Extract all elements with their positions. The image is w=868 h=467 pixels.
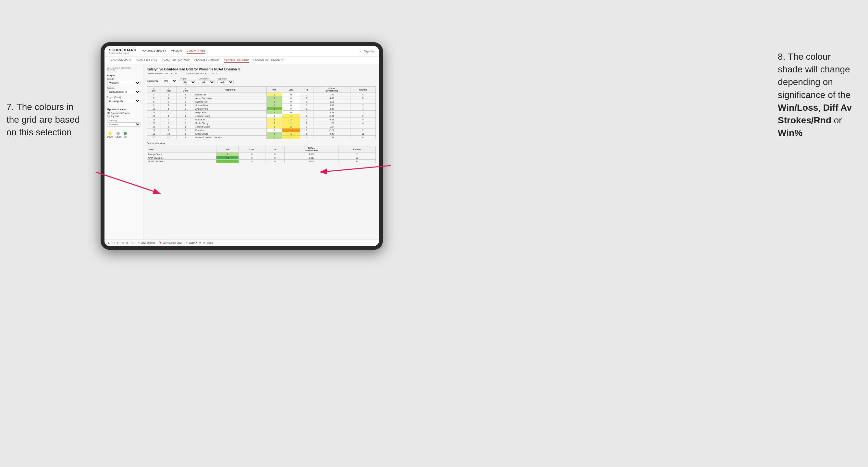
share-btn[interactable]: Share [207, 242, 213, 244]
ood-col-win: Win [216, 146, 239, 153]
bookmark-icon: 🔖 [159, 242, 162, 244]
filter-opponent: Opponent (All) [217, 77, 234, 84]
out-of-division-table: Team Win Loss Tie Diff AvStrokes/Rnd Rou… [147, 146, 376, 163]
redo-icon[interactable]: ↩ [112, 241, 115, 245]
ood-col-diff: Diff AvStrokes/Rnd [285, 146, 338, 153]
table-row: 5 2 2 Alexis Sudjianto 1 0 0 4.00 3 [147, 96, 376, 100]
watch-chevron: ▾ [196, 242, 197, 244]
ood-col-name: Team [147, 146, 216, 153]
sub-nav: TEAM SUMMARY TEAM H2H GRID TEAM H2H HEAT… [104, 57, 379, 64]
grid-btn[interactable]: ⊟ [203, 242, 205, 244]
radio-dot-opponents [107, 112, 110, 114]
radio-opponents-played[interactable]: Opponents Played [107, 112, 141, 114]
ood-table-row: NCAA Division 2 5 0 0 7.400 10 [147, 160, 376, 163]
refresh-icon[interactable]: ↺ [126, 241, 128, 245]
col-tie: Tie [300, 87, 313, 93]
nav-links: TOURNAMENTS TEAMS COMMITTEE [142, 49, 354, 54]
top-nav: SCOREBOARD Powered by clippd TOURNAMENTS… [104, 46, 379, 57]
tablet-frame: SCOREBOARD Powered by clippd TOURNAMENTS… [101, 42, 383, 250]
undo-icon[interactable]: ↩ [108, 241, 110, 245]
colour-by-label: Colour by [107, 119, 141, 122]
toolbar-sep3 [184, 241, 184, 245]
view-original-btn[interactable]: 👁 View: Original [138, 242, 155, 244]
table-row: 9 1 4 Sharon Mun 1 0 0 3.67 3 [147, 103, 376, 107]
opponent-select[interactable]: (All) [217, 80, 234, 84]
table-row: 15 8 5 Stella Cheng 1 1 0 1.25 4 [147, 121, 376, 125]
col-conf: #Conf [177, 87, 194, 93]
table-row: 6 3 3 Sydney Kuo 1 0 0 -1.00 [147, 100, 376, 103]
sign-out-link[interactable]: Sign out [364, 50, 374, 53]
ood-col-loss: Loss [239, 146, 265, 153]
annotation-left-text: 7. The colours in the grid are based on … [6, 102, 80, 137]
division-record: Division Record: 331 - 34 - 6 [187, 72, 217, 75]
overall-record: Overall Record: 353 - 34 - 6 [147, 72, 177, 75]
col-win: Win [267, 87, 282, 93]
subnav-team-h2h-grid[interactable]: TEAM H2H GRID [136, 58, 158, 63]
col-opponent: Opponent [194, 87, 267, 93]
filter-opponents: (All) [161, 79, 177, 83]
filter-region: Region (All) [180, 77, 196, 84]
opponents-filter-label: Opponents: [147, 80, 158, 82]
table-row: 16 1 1 Jessica Mason 1 2 0 -0.94 [147, 125, 376, 128]
filter-conference: Conference (All) [198, 77, 215, 84]
subnav-team-summary[interactable]: TEAM SUMMARY [109, 58, 131, 63]
content-area: Katelyn Vo Head-to-Head Grid for Women's… [144, 64, 379, 239]
col-div: #Div [147, 87, 161, 93]
subnav-player-h2h-heatmap[interactable]: PLAYER H2H HEATMAP [253, 58, 284, 63]
colour-dot-down [108, 132, 112, 135]
col-reg: #Reg [161, 87, 176, 93]
h2h-grid-table: #Div #Reg #Conf Opponent Win Loss Tie Di… [147, 86, 376, 139]
table-row: 18 2 2 Euna Lee 0 1 0 -5.00 2 [147, 128, 376, 132]
nav-teams[interactable]: TEAMS [171, 50, 182, 53]
opponent-view-radio-group: Opponents Played Top 100 [107, 112, 141, 118]
ood-col-tie: Tie [265, 146, 285, 153]
out-of-division-title: Out of division [147, 142, 376, 145]
col-loss: Loss [282, 87, 300, 93]
toolbar-sep2 [157, 241, 157, 245]
ood-table-row: Foreign Team 1 0 0 4.500 2 [147, 153, 376, 156]
ood-table-row: NAIA Division 1 15 0 0 9.267 30 [147, 156, 376, 160]
opponent-view-label: Opponent view [107, 108, 141, 111]
colour-dot-level [117, 132, 120, 135]
col-rounds: Rounds [350, 87, 375, 93]
tablet-screen: SCOREBOARD Powered by clippd TOURNAMENTS… [104, 46, 379, 246]
gender-label: Gender [107, 78, 141, 80]
annotation-left: 7. The colours in the grid are based on … [6, 101, 80, 139]
opponents-select[interactable]: (All) [161, 79, 177, 83]
sidebar: Last Updated: 27/03/2024 16:55:38 Player… [104, 64, 144, 239]
grid-subtitle: Overall Record: 353 - 34 - 6 Division Re… [147, 72, 376, 75]
table-row: 3 1 1 Esther Lee 1 0 1 1.50 4 [147, 93, 376, 96]
ood-col-rounds: Rounds [338, 146, 376, 153]
copy-icon[interactable]: ⊞ [121, 241, 124, 245]
logo: SCOREBOARD Powered by clippd [109, 48, 136, 54]
watch-btn[interactable]: 👁 Watch ▾ [186, 242, 197, 244]
clock-icon[interactable]: ⏱ [130, 241, 134, 245]
subnav-player-h2h-grid[interactable]: PLAYER H2H GRID [224, 58, 249, 63]
colour-legend: Down Level Up [107, 132, 141, 138]
subnav-player-summary[interactable]: PLAYER SUMMARY [194, 58, 220, 63]
nav-committee[interactable]: COMMITTEE [187, 49, 206, 54]
nav-tournaments[interactable]: TOURNAMENTS [142, 50, 166, 53]
table-row: 20 11 7 Federica Domecq Lacroze 2 1 0 1.… [147, 136, 376, 139]
table-row: 19 10 6 Emily Chang 4 1 0 0.30 11 [147, 132, 376, 136]
save-custom-btn[interactable]: 🔖 Save Custom View [159, 242, 182, 244]
table-row: 14 7 4 Eunice Yi 2 2 0 0.38 9 [147, 118, 376, 121]
filters-row: Opponents: (All) Region (All) Conference… [147, 77, 376, 84]
colour-by-select[interactable]: Win/loss [107, 122, 141, 127]
eye-icon: 👁 [138, 242, 140, 244]
colour-dot-up [124, 132, 127, 135]
radio-top100[interactable]: Top 100 [107, 115, 141, 118]
conference-select[interactable]: (All) [198, 80, 215, 84]
nav-right: › Sign out [360, 50, 374, 53]
subnav-team-h2h-heatmap[interactable]: TEAM H2H HEATMAP [162, 58, 190, 63]
player-rank-select[interactable]: 8. Katelyn Vo [107, 99, 141, 103]
gender-select[interactable]: Women's [107, 81, 141, 85]
table-row: 10 6 3 Andrea York 2 0 0 4.00 4 [147, 107, 376, 111]
player-rank-label: Player (Rank) [107, 96, 141, 98]
division-select[interactable]: NCAA Division III [107, 90, 141, 94]
watch-icon: 👁 [186, 242, 188, 244]
region-select[interactable]: (All) [180, 80, 196, 84]
undo2-icon[interactable]: ↩ [117, 241, 119, 245]
sidebar-timestamp: Last Updated: 27/03/2024 16:55:38 [107, 67, 141, 71]
layout-btn[interactable]: ⊞ [199, 242, 201, 244]
